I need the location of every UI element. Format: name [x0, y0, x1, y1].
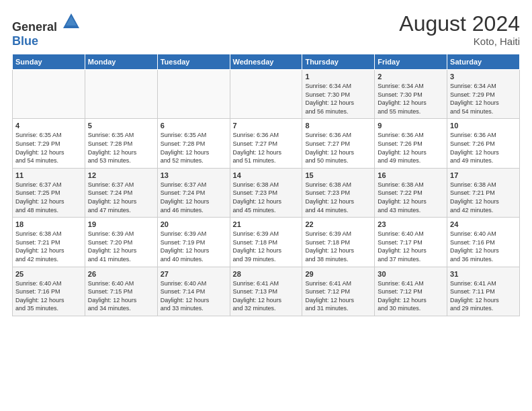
day-info: Sunrise: 6:39 AM Sunset: 7:18 PM Dayligh…	[305, 230, 371, 263]
week-row-5: 25Sunrise: 6:40 AM Sunset: 7:16 PM Dayli…	[13, 267, 520, 316]
day-number: 8	[305, 122, 371, 130]
day-number: 21	[233, 220, 300, 228]
calendar-cell: 27Sunrise: 6:40 AM Sunset: 7:14 PM Dayli…	[157, 267, 230, 316]
day-info: Sunrise: 6:40 AM Sunset: 7:15 PM Dayligh…	[88, 279, 154, 313]
day-header-saturday: Saturday	[447, 54, 520, 70]
calendar-cell: 30Sunrise: 6:41 AM Sunset: 7:12 PM Dayli…	[375, 267, 447, 316]
calendar-cell: 4Sunrise: 6:35 AM Sunset: 7:29 PM Daylig…	[13, 119, 85, 168]
day-info: Sunrise: 6:34 AM Sunset: 7:30 PM Dayligh…	[305, 82, 371, 116]
sub-title: Koto, Haiti	[399, 36, 520, 47]
week-row-3: 11Sunrise: 6:37 AM Sunset: 7:25 PM Dayli…	[13, 168, 520, 217]
calendar: SundayMondayTuesdayWednesdayThursdayFrid…	[12, 54, 520, 316]
calendar-cell: 24Sunrise: 6:40 AM Sunset: 7:16 PM Dayli…	[447, 218, 520, 267]
day-info: Sunrise: 6:41 AM Sunset: 7:11 PM Dayligh…	[450, 279, 517, 313]
calendar-cell: 17Sunrise: 6:38 AM Sunset: 7:21 PM Dayli…	[447, 168, 520, 217]
day-info: Sunrise: 6:40 AM Sunset: 7:16 PM Dayligh…	[450, 230, 517, 263]
calendar-cell: 9Sunrise: 6:36 AM Sunset: 7:26 PM Daylig…	[375, 119, 447, 168]
day-info: Sunrise: 6:38 AM Sunset: 7:23 PM Dayligh…	[305, 181, 371, 214]
day-info: Sunrise: 6:41 AM Sunset: 7:12 PM Dayligh…	[378, 279, 444, 313]
page: General Blue August 2024 Koto, Haiti Sun…	[0, 0, 532, 411]
day-number: 2	[378, 73, 444, 81]
day-info: Sunrise: 6:38 AM Sunset: 7:22 PM Dayligh…	[378, 181, 444, 214]
day-number: 9	[378, 122, 444, 130]
day-number: 24	[450, 220, 517, 228]
day-info: Sunrise: 6:38 AM Sunset: 7:21 PM Dayligh…	[15, 230, 82, 263]
day-number: 28	[233, 270, 300, 278]
calendar-cell: 26Sunrise: 6:40 AM Sunset: 7:15 PM Dayli…	[85, 267, 157, 316]
day-info: Sunrise: 6:37 AM Sunset: 7:25 PM Dayligh…	[15, 181, 82, 214]
day-header-friday: Friday	[375, 54, 447, 70]
day-number: 26	[88, 270, 154, 278]
calendar-cell: 2Sunrise: 6:34 AM Sunset: 7:30 PM Daylig…	[375, 70, 447, 119]
calendar-cell: 8Sunrise: 6:36 AM Sunset: 7:27 PM Daylig…	[302, 119, 375, 168]
day-number: 18	[15, 220, 82, 228]
day-number: 16	[378, 171, 444, 179]
calendar-cell: 22Sunrise: 6:39 AM Sunset: 7:18 PM Dayli…	[302, 218, 375, 267]
day-number: 10	[450, 122, 517, 130]
day-number: 6	[161, 122, 227, 130]
calendar-cell: 25Sunrise: 6:40 AM Sunset: 7:16 PM Dayli…	[13, 267, 85, 316]
calendar-cell: 16Sunrise: 6:38 AM Sunset: 7:22 PM Dayli…	[375, 168, 447, 217]
day-header-wednesday: Wednesday	[230, 54, 302, 70]
day-number: 3	[450, 73, 517, 81]
day-header-monday: Monday	[85, 54, 157, 70]
day-info: Sunrise: 6:39 AM Sunset: 7:18 PM Dayligh…	[233, 230, 300, 263]
day-number: 22	[305, 220, 371, 228]
day-info: Sunrise: 6:35 AM Sunset: 7:29 PM Dayligh…	[15, 131, 82, 165]
week-row-4: 18Sunrise: 6:38 AM Sunset: 7:21 PM Dayli…	[13, 218, 520, 267]
calendar-cell	[13, 70, 85, 119]
day-info: Sunrise: 6:36 AM Sunset: 7:27 PM Dayligh…	[233, 131, 300, 165]
day-number: 11	[15, 171, 82, 179]
day-header-tuesday: Tuesday	[157, 54, 230, 70]
day-info: Sunrise: 6:37 AM Sunset: 7:24 PM Dayligh…	[88, 181, 154, 214]
day-number: 13	[161, 171, 227, 179]
logo-blue: Blue	[12, 34, 38, 48]
day-info: Sunrise: 6:41 AM Sunset: 7:13 PM Dayligh…	[233, 279, 300, 313]
day-number: 25	[15, 270, 82, 278]
day-info: Sunrise: 6:35 AM Sunset: 7:28 PM Dayligh…	[161, 131, 227, 165]
title-block: August 2024 Koto, Haiti	[399, 12, 520, 47]
day-number: 29	[305, 270, 371, 278]
logo-icon	[62, 12, 81, 31]
day-number: 23	[378, 220, 444, 228]
day-info: Sunrise: 6:36 AM Sunset: 7:27 PM Dayligh…	[305, 131, 371, 165]
day-info: Sunrise: 6:35 AM Sunset: 7:28 PM Dayligh…	[88, 131, 154, 165]
week-row-2: 4Sunrise: 6:35 AM Sunset: 7:29 PM Daylig…	[13, 119, 520, 168]
day-number: 27	[161, 270, 227, 278]
calendar-cell: 12Sunrise: 6:37 AM Sunset: 7:24 PM Dayli…	[85, 168, 157, 217]
header: General Blue August 2024 Koto, Haiti	[12, 12, 520, 48]
calendar-cell: 11Sunrise: 6:37 AM Sunset: 7:25 PM Dayli…	[13, 168, 85, 217]
day-info: Sunrise: 6:38 AM Sunset: 7:23 PM Dayligh…	[233, 181, 300, 214]
day-info: Sunrise: 6:36 AM Sunset: 7:26 PM Dayligh…	[378, 131, 444, 165]
day-info: Sunrise: 6:36 AM Sunset: 7:26 PM Dayligh…	[450, 131, 517, 165]
main-title: August 2024	[399, 12, 520, 36]
day-number: 1	[305, 73, 371, 81]
day-number: 20	[161, 220, 227, 228]
day-number: 31	[450, 270, 517, 278]
calendar-cell: 23Sunrise: 6:40 AM Sunset: 7:17 PM Dayli…	[375, 218, 447, 267]
calendar-cell: 18Sunrise: 6:38 AM Sunset: 7:21 PM Dayli…	[13, 218, 85, 267]
calendar-cell: 1Sunrise: 6:34 AM Sunset: 7:30 PM Daylig…	[302, 70, 375, 119]
day-number: 17	[450, 171, 517, 179]
calendar-cell: 3Sunrise: 6:34 AM Sunset: 7:29 PM Daylig…	[447, 70, 520, 119]
calendar-cell: 29Sunrise: 6:41 AM Sunset: 7:12 PM Dayli…	[302, 267, 375, 316]
calendar-cell: 7Sunrise: 6:36 AM Sunset: 7:27 PM Daylig…	[230, 119, 302, 168]
calendar-cell: 6Sunrise: 6:35 AM Sunset: 7:28 PM Daylig…	[157, 119, 230, 168]
calendar-cell: 31Sunrise: 6:41 AM Sunset: 7:11 PM Dayli…	[447, 267, 520, 316]
calendar-cell: 19Sunrise: 6:39 AM Sunset: 7:20 PM Dayli…	[85, 218, 157, 267]
day-info: Sunrise: 6:34 AM Sunset: 7:30 PM Dayligh…	[378, 82, 444, 116]
calendar-cell: 28Sunrise: 6:41 AM Sunset: 7:13 PM Dayli…	[230, 267, 302, 316]
day-header-thursday: Thursday	[302, 54, 375, 70]
day-info: Sunrise: 6:34 AM Sunset: 7:29 PM Dayligh…	[450, 82, 517, 116]
day-info: Sunrise: 6:40 AM Sunset: 7:17 PM Dayligh…	[378, 230, 444, 263]
day-number: 19	[88, 220, 154, 228]
day-info: Sunrise: 6:40 AM Sunset: 7:16 PM Dayligh…	[15, 279, 82, 313]
calendar-cell: 10Sunrise: 6:36 AM Sunset: 7:26 PM Dayli…	[447, 119, 520, 168]
day-number: 15	[305, 171, 371, 179]
calendar-cell: 5Sunrise: 6:35 AM Sunset: 7:28 PM Daylig…	[85, 119, 157, 168]
day-header-sunday: Sunday	[13, 54, 85, 70]
day-number: 7	[233, 122, 300, 130]
day-info: Sunrise: 6:37 AM Sunset: 7:24 PM Dayligh…	[161, 181, 227, 214]
day-info: Sunrise: 6:40 AM Sunset: 7:14 PM Dayligh…	[161, 279, 227, 313]
day-number: 4	[15, 122, 82, 130]
